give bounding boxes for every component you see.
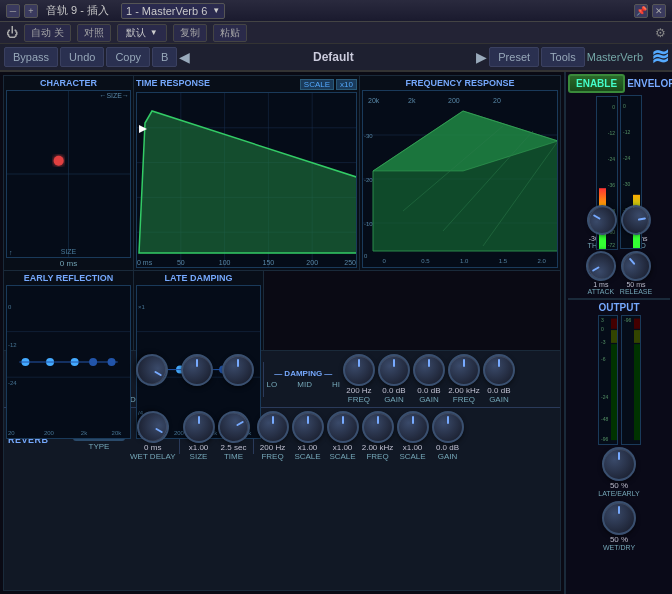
- window-controls[interactable]: ─ +: [6, 4, 38, 18]
- track-selector[interactable]: 1 - MasterVerb 6 ▼: [121, 3, 225, 19]
- output-meters: 3 0 -3 -6 -24 -48 -96 -9: [568, 315, 670, 445]
- er-freq-lo-knob[interactable]: [343, 354, 375, 386]
- time-response-panel: TIME RESPONSE SCALE x10: [134, 76, 360, 270]
- late-early-value: 50 %: [610, 481, 628, 490]
- enable-button[interactable]: ENABLE: [568, 74, 625, 93]
- time-response-canvas[interactable]: 0 ms 50 100 150 200 250: [136, 92, 357, 268]
- close-button[interactable]: ✕: [652, 4, 666, 18]
- damping-area: — DAMPING — LO MID HI: [267, 369, 340, 389]
- release-group: 50 ms RELEASE: [620, 251, 652, 295]
- lr-size-group: x1.00 SIZE: [183, 411, 215, 461]
- lr-scale-hi-knob[interactable]: [397, 411, 429, 443]
- er-gain-mid-value: 0.0 dB: [417, 386, 440, 395]
- tr-header: TIME RESPONSE SCALE x10: [136, 78, 357, 90]
- x10-badge[interactable]: x10: [336, 79, 357, 90]
- attack-release-row: 1 ms ATTACK 50 ms RELEASE: [586, 251, 652, 295]
- er-freq-hi-group: 2.00 kHz FREQ: [448, 354, 480, 404]
- er-svg: 20 200 2k 20k 0 -12 -24: [7, 286, 130, 438]
- attack-knob[interactable]: [580, 246, 621, 287]
- svg-text:0: 0: [364, 253, 368, 259]
- gear-icon[interactable]: ⚙: [655, 26, 666, 40]
- lr-scale-lo-knob[interactable]: [292, 411, 324, 443]
- er-freq-hi-knob[interactable]: [448, 354, 480, 386]
- power-icon[interactable]: ⏻: [6, 26, 18, 40]
- output-section: OUTPUT 3 0 -3 -6 -24 -48 -96: [568, 300, 670, 592]
- svg-text:-3: -3: [601, 339, 606, 345]
- mid-label: MID: [297, 380, 312, 389]
- er-gain-hi-label: GAIN: [489, 395, 509, 404]
- envelope-knobs: -36.0 dB THRESH 250 ms HOLD 1 ms ATTACK: [568, 205, 670, 295]
- svg-text:-30: -30: [364, 133, 373, 139]
- svg-text:-24: -24: [608, 156, 615, 162]
- default-dropdown[interactable]: 默认 ▼: [117, 24, 167, 42]
- lr-scale-mid-group: x1.00 SCALE: [327, 411, 359, 461]
- freq-response-canvas[interactable]: 20k 2k 200 20 -30 -20 -10 0 0 0.5 1.0 1.…: [362, 90, 558, 268]
- pin-button[interactable]: 📌: [634, 4, 648, 18]
- copy-button[interactable]: 复制: [173, 24, 207, 42]
- wet-dry-knob[interactable]: [602, 501, 636, 535]
- vu-output: 0 -12 -24 -30 -36: [620, 95, 642, 205]
- time-response-svg: 0 ms 50 100 150 200 250: [137, 93, 356, 267]
- svg-text:0 ms: 0 ms: [137, 259, 153, 266]
- svg-text:-20: -20: [364, 177, 373, 183]
- freq-response-label: FREQUENCY RESPONSE: [362, 78, 558, 88]
- early-reflection-graph: EARLY REFLECTION 20: [4, 271, 134, 350]
- late-early-knob[interactable]: [602, 447, 636, 481]
- er-gain-lo-knob[interactable]: [378, 354, 410, 386]
- svg-text:×1: ×1: [138, 304, 146, 310]
- envelope-label: ENVELOPE: [627, 78, 672, 89]
- lr-scale-hi-group: x1.00 SCALE: [397, 411, 429, 461]
- er-diffusion-knob[interactable]: [222, 354, 254, 386]
- er-freq-lo-value: 200 Hz: [346, 386, 371, 395]
- svg-text:20: 20: [493, 97, 501, 104]
- output-meter-l-svg: 3 0 -3 -6 -24 -48 -96: [599, 316, 617, 444]
- copy-button[interactable]: Copy: [106, 47, 150, 67]
- lr-freq-hi-value: 2.00 kHz: [362, 443, 394, 452]
- er-graph-canvas[interactable]: 20 200 2k 20k 0 -12 -24: [6, 285, 131, 439]
- lr-time-label: TIME: [224, 452, 243, 461]
- time-ms: 0 ms: [6, 259, 131, 268]
- preset-button[interactable]: Preset: [489, 47, 539, 67]
- svg-text:0: 0: [612, 104, 615, 110]
- lr-gain-knob[interactable]: [432, 411, 464, 443]
- add-button[interactable]: +: [24, 4, 38, 18]
- lr-freq-lo-group: 200 Hz FREQ: [257, 411, 289, 461]
- lr-size-knob[interactable]: [183, 411, 215, 443]
- pair-control[interactable]: 对照: [77, 24, 111, 42]
- character-svg: TIME SIZE: [7, 91, 130, 257]
- attack-label: ATTACK: [588, 288, 615, 295]
- preset-area: Default: [192, 50, 474, 64]
- lr-freq-lo-knob[interactable]: [257, 411, 289, 443]
- undo-button[interactable]: Undo: [60, 47, 104, 67]
- top-viz-row: CHARACTER TIME SIZE: [4, 76, 560, 271]
- lr-wet-delay-value: 0 ms: [144, 443, 161, 452]
- paste-button[interactable]: 粘贴: [213, 24, 247, 42]
- er-late-row: EARLY REFLECTION 20: [4, 271, 560, 351]
- late-damping-label: LATE DAMPING: [136, 273, 261, 283]
- er-gain-hi-knob[interactable]: [483, 354, 515, 386]
- lr-freq-lo-label: FREQ: [261, 452, 283, 461]
- svg-text:200: 200: [44, 430, 55, 436]
- minimize-button[interactable]: ─: [6, 4, 20, 18]
- lr-freq-hi-knob[interactable]: [362, 411, 394, 443]
- svg-text:-30: -30: [623, 181, 630, 187]
- er-gain-mid-knob[interactable]: [413, 354, 445, 386]
- tools-button[interactable]: Tools: [541, 47, 585, 67]
- release-knob[interactable]: [615, 245, 657, 287]
- bypass-button[interactable]: Bypass: [4, 47, 58, 67]
- svg-rect-96: [634, 319, 640, 329]
- lr-gain-value: 0.0 dB: [436, 443, 459, 452]
- er-freq-lo-group: 200 Hz FREQ: [343, 354, 375, 404]
- attack-value: 1 ms: [593, 281, 608, 288]
- svg-text:150: 150: [263, 259, 275, 266]
- release-label: RELEASE: [620, 288, 652, 295]
- svg-text:-24: -24: [623, 155, 630, 161]
- size-arrow: ←SIZE→: [99, 92, 129, 99]
- late-early-label: LATE/EARLY: [598, 490, 639, 497]
- auto-control[interactable]: 自动 关: [24, 24, 71, 42]
- character-grid[interactable]: TIME SIZE ←SIZE→ ↑: [6, 90, 131, 258]
- b-button[interactable]: B: [152, 47, 177, 67]
- svg-rect-92: [611, 319, 617, 329]
- svg-text:-72: -72: [608, 242, 615, 248]
- lr-scale-mid-knob[interactable]: [327, 411, 359, 443]
